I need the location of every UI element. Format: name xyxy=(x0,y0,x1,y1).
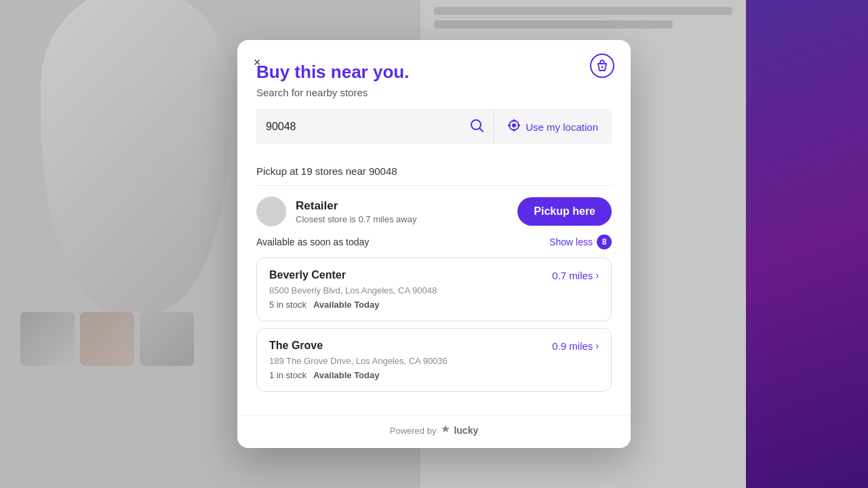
stock-count-1: 1 in stock xyxy=(269,370,307,380)
lucky-icon xyxy=(440,424,451,437)
pickup-here-button[interactable]: Pickup here xyxy=(517,197,612,226)
close-button[interactable]: × xyxy=(251,54,264,71)
powered-by-text: Powered by xyxy=(390,426,437,436)
store-count-badge: 8 xyxy=(597,235,612,249)
stock-available-0: Available Today xyxy=(313,300,380,310)
availability-text: Available as soon as today xyxy=(256,237,369,247)
svg-point-0 xyxy=(591,54,614,77)
store-name-0: Beverly Center xyxy=(269,269,346,281)
store-stock-1: 1 in stock Available Today xyxy=(269,370,599,380)
store-address-1: 189 The Grove Drive, Los Angeles, CA 900… xyxy=(269,356,599,366)
modal-body: Pickup at 19 stores near 90048 Retailer … xyxy=(237,155,631,415)
modal-title: Buy this near you. xyxy=(256,62,612,83)
lucky-brand-name: lucky xyxy=(454,425,478,436)
modal-footer: Powered by lucky xyxy=(237,415,631,448)
modal-overlay: × Buy this near you. Search for nearby s… xyxy=(0,0,868,488)
modal-subtitle: Search for nearby stores xyxy=(256,87,612,98)
store-stock-0: 5 in stock Available Today xyxy=(269,300,599,310)
stock-count-0: 5 in stock xyxy=(269,300,307,310)
retailer-name: Retailer xyxy=(296,199,416,213)
show-less-label: Show less xyxy=(549,237,593,247)
retailer-row: Retailer Closest store is 0.7 miles away… xyxy=(256,186,612,235)
store-card-header-0: Beverly Center 0.7 miles › xyxy=(269,269,599,281)
search-icon[interactable] xyxy=(469,118,484,136)
svg-line-3 xyxy=(480,128,484,131)
stock-available-1: Available Today xyxy=(313,370,380,380)
retailer-details: Retailer Closest store is 0.7 miles away xyxy=(296,199,416,224)
use-my-location-button[interactable]: Use my location xyxy=(494,110,612,144)
svg-point-1 xyxy=(601,66,604,68)
search-input-wrap xyxy=(256,110,494,144)
store-name-1: The Grove xyxy=(269,340,323,352)
store-miles-0[interactable]: 0.7 miles › xyxy=(552,270,599,281)
store-card-0: Beverly Center 0.7 miles › 8500 Beverly … xyxy=(256,258,612,321)
store-card-header-1: The Grove 0.9 miles › xyxy=(269,340,599,352)
lucky-logo: lucky xyxy=(440,424,478,437)
bag-icon xyxy=(590,54,614,83)
modal-header: × Buy this near you. Search for nearby s… xyxy=(237,40,631,155)
retailer-distance: Closest store is 0.7 miles away xyxy=(296,214,416,224)
pickup-summary: Pickup at 19 stores near 90048 xyxy=(256,155,612,186)
location-icon xyxy=(508,119,520,135)
availability-row: Available as soon as today Show less 8 xyxy=(256,235,612,249)
chevron-right-icon-0: › xyxy=(595,270,599,281)
location-button-label: Use my location xyxy=(526,121,598,133)
store-picker-modal: × Buy this near you. Search for nearby s… xyxy=(237,40,631,448)
search-row: Use my location xyxy=(256,109,612,144)
store-miles-1[interactable]: 0.9 miles › xyxy=(552,340,599,352)
store-card-1: The Grove 0.9 miles › 189 The Grove Driv… xyxy=(256,328,612,392)
svg-point-4 xyxy=(512,123,516,127)
store-address-0: 8500 Beverly Blvd, Los Angeles, CA 90048 xyxy=(269,285,599,296)
chevron-right-icon-1: › xyxy=(595,340,599,351)
retailer-info: Retailer Closest store is 0.7 miles away xyxy=(256,197,416,226)
show-less-button[interactable]: Show less 8 xyxy=(549,235,612,249)
retailer-avatar xyxy=(256,197,286,226)
zip-input[interactable] xyxy=(266,110,469,144)
